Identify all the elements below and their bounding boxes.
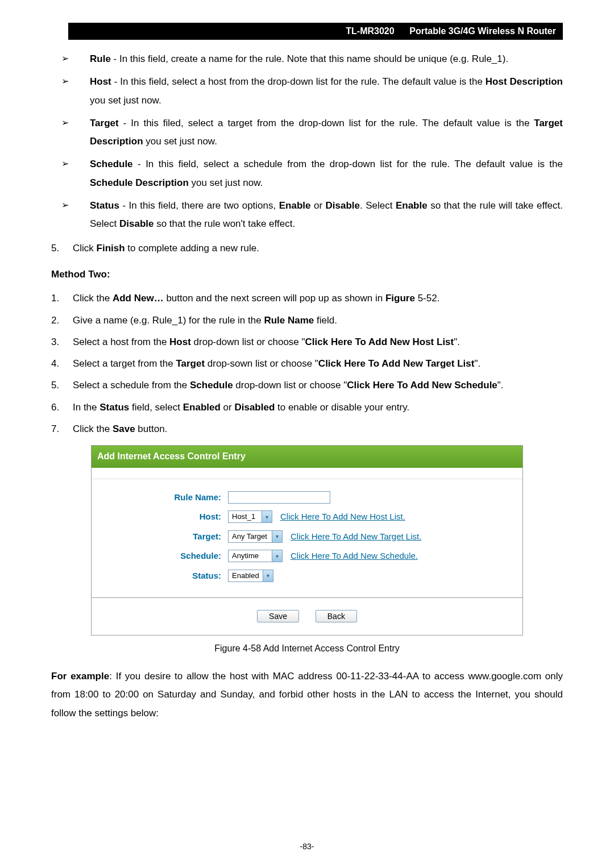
- target-select[interactable]: Any Target ▾: [228, 530, 283, 543]
- schedule-label: Schedule:: [103, 548, 228, 564]
- chevron-down-icon: ▾: [263, 570, 273, 582]
- add-host-link[interactable]: Click Here To Add New Host List.: [280, 509, 405, 525]
- step-4: 4.Select a target from the Target drop-s…: [51, 355, 563, 373]
- rule-field-item: Rule - In this field, create a name for …: [80, 50, 563, 68]
- chevron-down-icon: ▾: [272, 550, 282, 562]
- add-schedule-link[interactable]: Click Here To Add New Schedule.: [291, 548, 418, 564]
- status-field-item: Status - In this field, there are two op…: [80, 197, 563, 234]
- step-5: 5.Select a schedule from the Schedule dr…: [51, 376, 563, 394]
- step-6: 6.In the Status field, select Enabled or…: [51, 398, 563, 417]
- figure-caption: Figure 4-58 Add Internet Access Control …: [51, 640, 563, 657]
- step-1: 1.Click the Add New… button and the next…: [51, 289, 563, 308]
- save-button[interactable]: Save: [257, 610, 299, 622]
- form-title: Add Internet Access Control Entry: [92, 446, 522, 467]
- host-field-item: Host - In this field, select a host from…: [80, 73, 563, 110]
- field-description-list: Rule - In this field, create a name for …: [51, 50, 563, 234]
- status-label: Status:: [103, 568, 228, 584]
- method-two-steps: 1.Click the Add New… button and the next…: [51, 289, 563, 438]
- status-select[interactable]: Enabled ▾: [228, 570, 273, 582]
- schedule-field-item: Schedule - In this field, select a sched…: [80, 155, 563, 192]
- back-button[interactable]: Back: [316, 610, 357, 622]
- method-two-heading: Method Two:: [51, 265, 563, 284]
- product-name: Portable 3G/4G Wireless N Router: [409, 26, 556, 36]
- host-label: Host:: [103, 509, 228, 525]
- rule-name-label: Rule Name:: [103, 489, 228, 506]
- rule-name-input[interactable]: [228, 491, 330, 504]
- page-number: -83-: [0, 842, 614, 851]
- form-spacer: [92, 468, 522, 479]
- schedule-select[interactable]: Anytime ▾: [228, 550, 283, 562]
- model-number: TL-MR3020: [346, 26, 394, 36]
- step-2: 2.Give a name (e.g. Rule_1) for the rule…: [51, 312, 563, 330]
- access-control-form: Add Internet Access Control Entry Rule N…: [91, 445, 523, 635]
- example-paragraph: For example: If you desire to allow the …: [51, 667, 563, 722]
- step-3: 3.Select a host from the Host drop-down …: [51, 333, 563, 351]
- finish-step: 5.Click Finish to complete adding a new …: [51, 239, 563, 258]
- document-header: TL-MR3020 Portable 3G/4G Wireless N Rout…: [68, 23, 563, 40]
- host-select[interactable]: Host_1 ▾: [228, 510, 272, 523]
- target-field-item: Target - In this filed, select a target …: [80, 114, 563, 151]
- target-label: Target:: [103, 529, 228, 545]
- chevron-down-icon: ▾: [272, 531, 282, 542]
- chevron-down-icon: ▾: [262, 511, 272, 522]
- step-7: 7.Click the Save button.: [51, 420, 563, 438]
- add-target-link[interactable]: Click Here To Add New Target List.: [291, 529, 421, 545]
